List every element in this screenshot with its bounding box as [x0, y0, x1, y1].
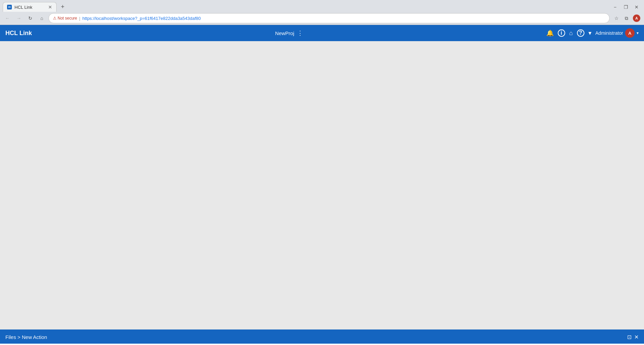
- restore-button[interactable]: ❐: [621, 2, 631, 12]
- panel-header: Files > New Action ⊡ ✕: [0, 330, 644, 344]
- reload-button[interactable]: ↻: [26, 13, 35, 23]
- tab-favicon: H: [7, 5, 12, 9]
- close-button[interactable]: ✕: [632, 2, 641, 12]
- tab-close-button[interactable]: ✕: [48, 4, 52, 10]
- panel-title: Files > New Action: [5, 334, 47, 340]
- app-logo: HCL Link: [5, 30, 32, 37]
- project-name: NewProj: [275, 30, 294, 36]
- bell-icon[interactable]: 🔔: [546, 29, 554, 37]
- tab-bar: H HCL Link ✕ + − ❐ ✕: [0, 0, 644, 12]
- url-separator: |: [79, 16, 80, 21]
- project-menu-icon[interactable]: ⋮: [297, 29, 303, 37]
- panel-restore-button[interactable]: ⊡: [627, 334, 632, 340]
- action-type-section: Action Type ∨: [0, 344, 644, 345]
- header-center: NewProj ⋮: [32, 29, 546, 37]
- window-controls: − ❐ ✕: [610, 2, 641, 12]
- header-icons: 🔔 i ⌂ ? ▾ Administrator A ▾: [546, 28, 639, 38]
- panel-close-button[interactable]: ✕: [634, 334, 639, 340]
- extensions-button[interactable]: ⧉: [622, 13, 631, 23]
- minimize-button[interactable]: −: [610, 2, 620, 12]
- info-icon[interactable]: i: [558, 29, 565, 37]
- home-button[interactable]: ⌂: [37, 13, 46, 23]
- not-secure-indicator: ⚠ Not secure: [53, 16, 77, 21]
- new-action-panel: Files > New Action ⊡ ✕ Action Type ∨ Pro…: [0, 329, 644, 345]
- app-header: HCL Link NewProj ⋮ 🔔 i ⌂ ? ▾ Administrat…: [0, 25, 644, 41]
- help-icon[interactable]: ?: [577, 29, 584, 37]
- tab-label: HCL Link: [14, 5, 32, 10]
- profile-button[interactable]: A: [632, 13, 641, 23]
- toolbar-icons: ☆ ⧉ A: [612, 13, 641, 23]
- action-type-header[interactable]: Action Type ∨: [0, 344, 644, 345]
- bookmark-button[interactable]: ☆: [612, 13, 621, 23]
- url-text: https://localhost/workspace?_p=61f6417e8…: [82, 16, 201, 21]
- address-bar: ← → ↻ ⌂ ⚠ Not secure | https://localhost…: [0, 12, 644, 25]
- admin-label: Administrator A ▾: [595, 28, 639, 38]
- back-button[interactable]: ←: [3, 13, 12, 23]
- browser-chrome: H HCL Link ✕ + − ❐ ✕ ← → ↻ ⌂ ⚠ Not secur…: [0, 0, 644, 25]
- url-bar[interactable]: ⚠ Not secure | https://localhost/workspa…: [49, 13, 610, 23]
- dropdown-icon[interactable]: ▾: [588, 29, 591, 37]
- admin-name: Administrator: [595, 30, 623, 36]
- main-content-area: [0, 41, 644, 329]
- new-tab-button[interactable]: +: [58, 2, 67, 12]
- warning-icon: ⚠: [53, 16, 57, 21]
- panel-controls: ⊡ ✕: [627, 334, 639, 340]
- admin-avatar: A: [625, 28, 635, 38]
- forward-button[interactable]: →: [14, 13, 24, 23]
- not-secure-label: Not secure: [58, 16, 77, 21]
- home-icon[interactable]: ⌂: [569, 30, 573, 37]
- browser-avatar: A: [633, 15, 640, 22]
- admin-dropdown-icon[interactable]: ▾: [637, 31, 639, 35]
- browser-tab[interactable]: H HCL Link ✕: [3, 2, 57, 12]
